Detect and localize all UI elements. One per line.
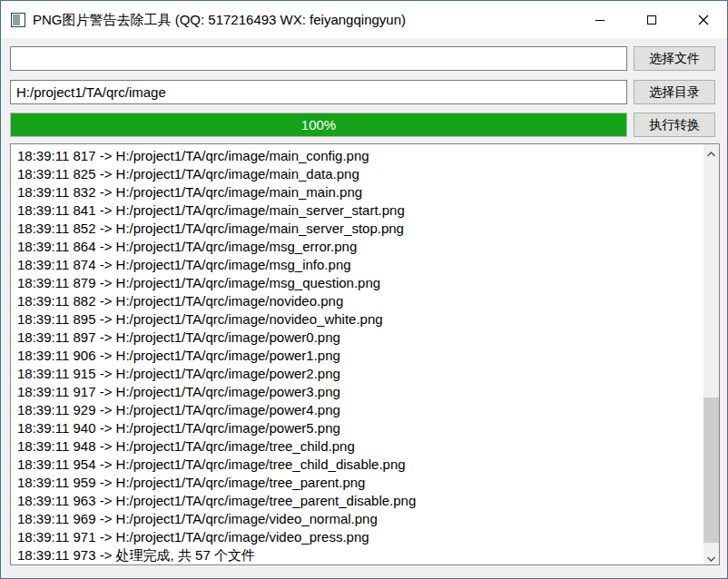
log-scrollbar[interactable]	[703, 144, 719, 564]
log-line: 18:39:11 906 -> H:/project1/TA/qrc/image…	[17, 347, 703, 365]
log-line: 18:39:11 825 -> H:/project1/TA/qrc/image…	[17, 165, 703, 183]
log-area[interactable]: 18:39:11 817 -> H:/project1/TA/qrc/image…	[10, 143, 720, 565]
scroll-up-button[interactable]	[703, 144, 719, 160]
log-line: 18:39:11 948 -> H:/project1/TA/qrc/image…	[17, 437, 703, 456]
progress-bar: 100%	[10, 113, 627, 137]
log-line: 18:39:11 832 -> H:/project1/TA/qrc/image…	[17, 183, 703, 201]
scroll-down-button[interactable]	[703, 549, 719, 564]
maximize-icon	[646, 15, 657, 25]
maximize-button[interactable]	[631, 1, 673, 38]
log-line: 18:39:11 852 -> H:/project1/TA/qrc/image…	[17, 220, 703, 238]
log-line: 18:39:11 841 -> H:/project1/TA/qrc/image…	[17, 201, 703, 220]
log-line: 18:39:11 954 -> H:/project1/TA/qrc/image…	[17, 456, 703, 474]
log-line: 18:39:11 817 -> H:/project1/TA/qrc/image…	[17, 147, 703, 165]
log-line: 18:39:11 969 -> H:/project1/TA/qrc/image…	[17, 510, 703, 528]
scroll-thumb[interactable]	[703, 397, 719, 543]
file-path-input[interactable]	[10, 46, 627, 71]
minimize-button[interactable]	[579, 1, 621, 38]
log-line: 18:39:11 895 -> H:/project1/TA/qrc/image…	[17, 310, 703, 329]
log-line: 18:39:11 915 -> H:/project1/TA/qrc/image…	[17, 365, 703, 383]
log-line: 18:39:11 929 -> H:/project1/TA/qrc/image…	[17, 401, 703, 419]
app-icon	[11, 13, 25, 27]
log-line: 18:39:11 879 -> H:/project1/TA/qrc/image…	[17, 274, 703, 292]
progress-label: 100%	[11, 113, 626, 136]
log-view: 18:39:11 817 -> H:/project1/TA/qrc/image…	[11, 144, 703, 564]
log-line: 18:39:11 940 -> H:/project1/TA/qrc/image…	[17, 419, 703, 437]
select-file-button[interactable]: 选择文件	[634, 46, 715, 71]
log-line: 18:39:11 963 -> H:/project1/TA/qrc/image…	[17, 492, 703, 510]
minimize-icon	[595, 15, 605, 25]
scroll-up-icon	[707, 144, 715, 161]
execute-convert-button[interactable]: 执行转换	[634, 113, 715, 137]
dir-path-input[interactable]	[10, 80, 627, 104]
close-button[interactable]	[683, 1, 724, 38]
close-icon	[698, 15, 709, 25]
log-line: 18:39:11 973 -> 处理完成, 共 57 个文件	[17, 546, 703, 564]
log-line: 18:39:11 897 -> H:/project1/TA/qrc/image…	[17, 329, 703, 347]
scroll-down-icon	[707, 549, 715, 565]
log-line: 18:39:11 971 -> H:/project1/TA/qrc/image…	[17, 528, 703, 546]
log-line: 18:39:11 882 -> H:/project1/TA/qrc/image…	[17, 292, 703, 310]
log-line: 18:39:11 874 -> H:/project1/TA/qrc/image…	[17, 256, 703, 274]
log-line: 18:39:11 864 -> H:/project1/TA/qrc/image…	[17, 238, 703, 256]
window-title: PNG图片警告去除工具 (QQ: 517216493 WX: feiyangqi…	[33, 1, 406, 38]
select-dir-button[interactable]: 选择目录	[634, 80, 715, 104]
app-window: PNG图片警告去除工具 (QQ: 517216493 WX: feiyangqi…	[0, 0, 728, 579]
app-icon-pane	[13, 15, 20, 25]
log-line: 18:39:11 959 -> H:/project1/TA/qrc/image…	[17, 474, 703, 492]
log-line: 18:39:11 917 -> H:/project1/TA/qrc/image…	[17, 383, 703, 401]
title-bar: PNG图片警告去除工具 (QQ: 517216493 WX: feiyangqi…	[1, 1, 727, 38]
